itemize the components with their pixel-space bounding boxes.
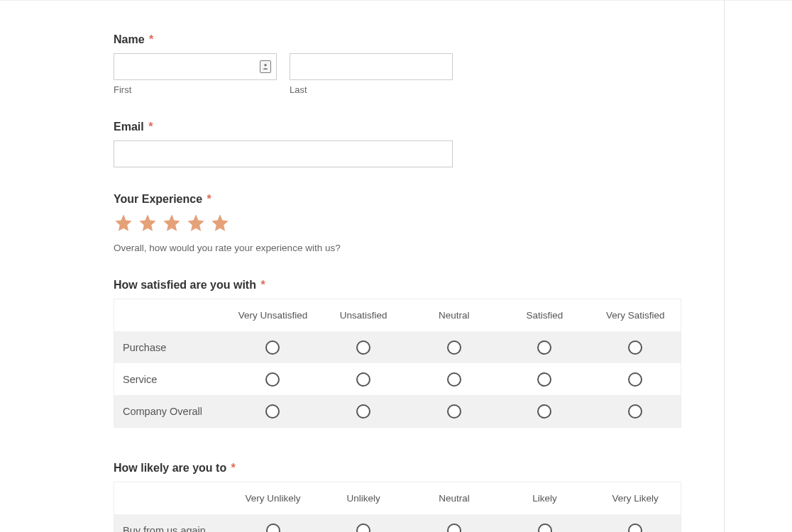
star-icon[interactable] [114,213,133,233]
star-icon[interactable] [138,213,158,233]
column-header: Unsatisfied [318,299,409,331]
last-name-input[interactable] [290,53,453,80]
radio-option[interactable] [628,340,642,355]
experience-label: Your Experience * [114,193,681,206]
star-icon[interactable] [186,213,206,233]
table-row: Purchase [114,331,681,363]
first-name-sublabel: First [114,84,277,95]
name-label: Name * [114,33,681,46]
radio-option[interactable] [447,372,461,387]
radio-option[interactable] [537,404,551,419]
column-header: Satisfied [500,299,590,331]
required-marker: * [231,462,236,474]
satisfaction-matrix: Very Unsatisfied Unsatisfied Neutral Sat… [114,299,681,428]
row-label: Company Overall [114,395,228,427]
column-header: Unlikely [318,482,409,514]
radio-option[interactable] [265,340,280,355]
radio-option[interactable] [628,523,642,533]
required-marker: * [260,279,265,291]
email-input[interactable] [114,140,453,167]
table-row: Service [114,363,681,395]
radio-option[interactable] [447,340,461,355]
radio-option[interactable] [537,372,551,387]
likelihood-matrix: Very Unlikely Unlikely Neutral Likely Ve… [114,482,681,532]
email-label: Email * [114,121,681,133]
email-section: Email * [114,121,681,167]
experience-helper: Overall, how would you rate your experie… [114,243,681,253]
experience-section: Your Experience * Overall, how would you… [114,193,681,253]
required-marker: * [207,193,211,205]
column-header: Very Likely [590,482,681,514]
table-row: Buy from us again [114,514,681,532]
star-icon[interactable] [210,213,230,233]
radio-option[interactable] [447,404,461,419]
radio-option[interactable] [628,404,642,419]
radio-option[interactable] [265,372,280,387]
contact-card-icon [260,60,271,73]
column-header: Likely [500,482,590,514]
radio-option[interactable] [356,372,370,387]
last-name-sublabel: Last [290,84,453,95]
radio-option[interactable] [356,523,370,533]
column-header: Neutral [409,482,500,514]
likelihood-section: How likely are you to * Very Unlikely Un… [114,462,681,532]
star-icon[interactable] [162,213,182,233]
column-header: Very Unsatisfied [228,299,319,331]
table-row: Company Overall [114,395,681,427]
row-label: Service [114,363,228,395]
radio-option[interactable] [356,340,370,355]
radio-option[interactable] [266,523,280,533]
column-header: Very Satisfied [590,299,681,331]
row-label: Purchase [114,331,228,363]
column-header: Very Unlikely [228,482,319,514]
radio-option[interactable] [356,404,370,419]
first-name-input[interactable] [114,53,277,80]
radio-option[interactable] [447,523,461,533]
svg-point-0 [264,64,267,67]
row-label: Buy from us again [114,514,228,532]
required-marker: * [148,121,153,133]
star-rating [114,213,681,233]
radio-option[interactable] [628,372,642,387]
satisfaction-label: How satisfied are you with * [114,279,681,292]
satisfaction-section: How satisfied are you with * Very Unsati… [114,279,681,428]
likelihood-label: How likely are you to * [114,462,681,475]
radio-option[interactable] [265,404,280,419]
radio-option[interactable] [538,523,552,533]
column-header: Neutral [409,299,500,331]
required-marker: * [149,33,153,45]
name-section: Name * First Last [114,33,681,95]
radio-option[interactable] [537,340,551,355]
